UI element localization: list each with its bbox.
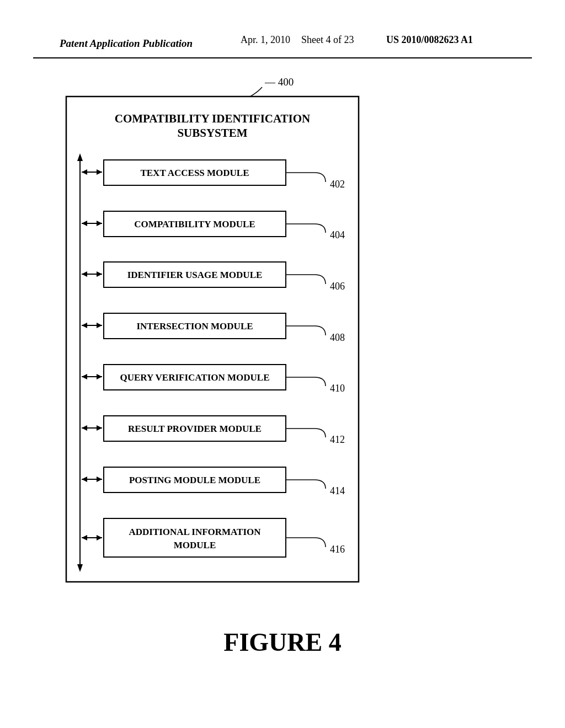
- additional-info-module-label-line2: MODULE: [174, 540, 216, 550]
- subsystem-title-line2: SUBSYSTEM: [177, 126, 247, 140]
- ref-416: 416: [330, 544, 345, 555]
- ref-406: 406: [330, 281, 345, 292]
- patent-publication-label: Patent Application Publication: [59, 38, 193, 49]
- intersection-module-label: INTERSECTION MODULE: [136, 321, 253, 331]
- figure-caption: FIGURE 4: [223, 628, 341, 656]
- additional-info-module-box: [104, 518, 286, 557]
- query-verification-module-label: QUERY VERIFICATION MODULE: [120, 372, 269, 383]
- ref-404: 404: [330, 229, 345, 240]
- text-access-module-label: TEXT ACCESS MODULE: [140, 168, 249, 178]
- posting-module-label: POSTING MODULE MODULE: [129, 475, 260, 485]
- sheet-label: Sheet 4 of 23: [301, 34, 354, 45]
- ref-410: 410: [330, 383, 345, 394]
- ref-408: 408: [330, 332, 345, 343]
- patent-number-label: US 2010/0082623 A1: [386, 34, 473, 45]
- compatibility-module-label: COMPATIBILITY MODULE: [134, 219, 255, 229]
- ref-402: 402: [330, 179, 345, 190]
- identifier-usage-module-label: IDENTIFIER USAGE MODULE: [127, 270, 263, 280]
- additional-info-module-label-line1: ADDITIONAL INFORMATION: [129, 527, 261, 537]
- ref-414: 414: [330, 485, 345, 496]
- ref-400: — 400: [264, 76, 294, 88]
- ref-412: 412: [330, 434, 345, 445]
- subsystem-title-line1: COMPATIBILITY IDENTIFICATION: [115, 112, 311, 125]
- date-label: Apr. 1, 2010: [241, 34, 290, 45]
- result-provider-module-label: RESULT PROVIDER MODULE: [128, 424, 262, 434]
